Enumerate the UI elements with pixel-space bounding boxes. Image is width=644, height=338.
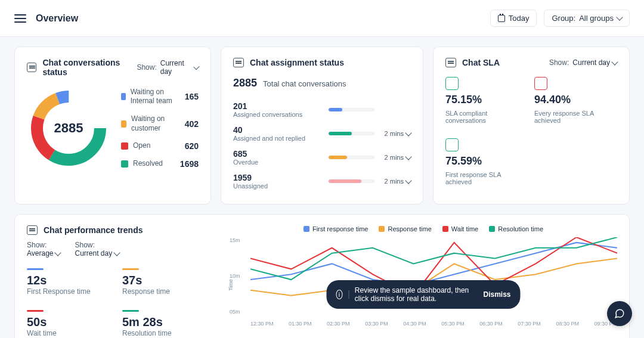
chevron-down-icon — [405, 177, 411, 184]
x-tick-label: 01:30 PM — [289, 321, 312, 327]
metric-color-bar — [27, 268, 44, 270]
chat-icon — [27, 63, 36, 72]
metric-selector[interactable]: Average — [27, 249, 60, 258]
period-selector[interactable]: Current day — [160, 59, 199, 76]
chart-legend-item: First response time — [304, 225, 369, 232]
legend-item: Waiting on customer402 — [121, 114, 199, 133]
sla-label: SLA compliant conversations — [445, 110, 528, 124]
time-selector[interactable]: 2 mins — [381, 154, 411, 161]
total-conversations: 2885 — [233, 77, 257, 89]
metric-color-bar — [27, 310, 44, 312]
x-tick-label: 12:30 PM — [250, 321, 274, 327]
legend-value: 620 — [185, 141, 199, 151]
header: Overview Today Group: All groups — [0, 0, 644, 37]
period-selector[interactable]: Current day — [572, 58, 617, 67]
chat-icon — [233, 58, 244, 67]
time-value: 2 mins — [385, 154, 404, 161]
time-value: 2 mins — [385, 178, 404, 185]
assignment-label: Overdue — [233, 159, 323, 166]
chart-series-line — [250, 237, 617, 280]
legend-label: Resolution time — [498, 225, 543, 232]
time-selector[interactable]: 2 mins — [381, 178, 411, 185]
sla-status-icon — [445, 138, 459, 151]
assignment-status-card: Chat assignment status 2885 Total chat c… — [221, 46, 423, 204]
toast-message: Review the sample dashboard, then click … — [355, 286, 478, 303]
show-label: Show: — [137, 63, 156, 72]
y-tick-label: 15m — [230, 237, 247, 243]
chevron-down-icon — [405, 153, 411, 160]
metric-label: Wait time — [27, 329, 110, 337]
chat-icon — [445, 58, 456, 67]
card-title: Chat assignment status — [250, 58, 344, 67]
show-label: Show: — [75, 241, 94, 249]
legend-item: Open620 — [121, 141, 199, 151]
legend-label: Waiting on customer — [131, 114, 180, 133]
page-title: Overview — [36, 13, 78, 24]
progress-bar — [329, 156, 375, 159]
assignment-label: Unassigned — [233, 182, 323, 190]
y-tick-label: 10m — [230, 273, 247, 279]
chat-fab[interactable] — [607, 301, 632, 326]
color-swatch — [442, 226, 448, 232]
metric-value: 5m 28s — [122, 315, 206, 329]
sla-card: Chat SLA Show: Current day 75.15%SLA com… — [433, 46, 630, 204]
assignment-row: 201Assigned conversations — [233, 98, 411, 122]
legend-label: Waiting on Internal team — [131, 88, 180, 106]
metric-label: Response time — [122, 287, 206, 296]
legend-value: 1698 — [180, 159, 199, 169]
legend-label: Open — [133, 141, 150, 151]
card-title: Chat conversations status — [42, 58, 137, 77]
assignment-count: 201 — [233, 101, 323, 111]
legend-label: First response time — [312, 225, 369, 232]
progress-bar — [329, 179, 375, 183]
group-label: Group: — [552, 14, 575, 23]
group-selector[interactable]: Group: All groups — [544, 10, 630, 27]
metric-item: 37sResponse time — [122, 268, 206, 296]
legend-item: Waiting on Internal team165 — [121, 88, 199, 106]
chevron-down-icon — [616, 14, 623, 20]
color-swatch — [121, 142, 128, 150]
chevron-down-icon — [114, 249, 120, 256]
legend-value: 165 — [185, 92, 199, 101]
assignment-label: Assigned and not replied — [233, 135, 323, 142]
sla-label: Every response SLA achieved — [534, 110, 617, 124]
progress-bar — [329, 132, 375, 135]
card-title: Chat performance trends — [44, 225, 143, 235]
line-chart: Time 15m10m05m 12:30 PM01:30 PM02:30 PM0… — [230, 237, 617, 327]
assignment-count: 1959 — [233, 173, 323, 182]
color-swatch — [121, 120, 126, 128]
donut-total: 2885 — [54, 120, 83, 136]
dismiss-button[interactable]: Dismiss — [483, 290, 510, 299]
date-label: Today — [509, 14, 530, 23]
sample-toast: i Review the sample dashboard, then clic… — [327, 280, 521, 309]
metric-item: 12sFirst Response time — [27, 268, 110, 296]
group-value: All groups — [579, 14, 614, 23]
menu-icon[interactable] — [14, 14, 26, 23]
chevron-down-icon — [405, 129, 411, 136]
assignment-row: 40Assigned and not replied2 mins — [233, 122, 411, 145]
chevron-down-icon — [193, 63, 200, 70]
progress-bar — [329, 108, 375, 111]
performance-trends-card: Chat performance trends Show: Average Sh… — [14, 214, 630, 338]
metric-item: 5m 28sResolution time — [122, 310, 206, 337]
time-value: 2 mins — [385, 130, 404, 137]
x-tick-label: 04:30 PM — [403, 321, 426, 327]
metric-value: 37s — [122, 274, 206, 287]
legend-label: Response time — [388, 225, 431, 232]
time-selector[interactable]: 2 mins — [381, 130, 411, 137]
calendar-icon — [498, 15, 505, 22]
x-tick-label: 05:30 PM — [441, 321, 465, 327]
metric-label: First Response time — [27, 287, 110, 296]
sla-item: 75.15%SLA compliant conversations — [445, 77, 528, 124]
date-selector[interactable]: Today — [490, 10, 537, 27]
donut-chart: 2885 — [27, 86, 110, 170]
chart-legend-item: Response time — [379, 225, 431, 232]
total-label: Total chat conversations — [263, 79, 346, 88]
period-selector[interactable]: Current day — [75, 249, 119, 258]
color-swatch — [489, 226, 495, 232]
metric-color-bar — [122, 310, 139, 312]
x-tick-label: 02:30 PM — [327, 321, 350, 327]
chat-icon — [27, 225, 38, 235]
chart-legend-item: Wait time — [442, 225, 478, 232]
sla-percentage: 75.15% — [445, 94, 528, 106]
